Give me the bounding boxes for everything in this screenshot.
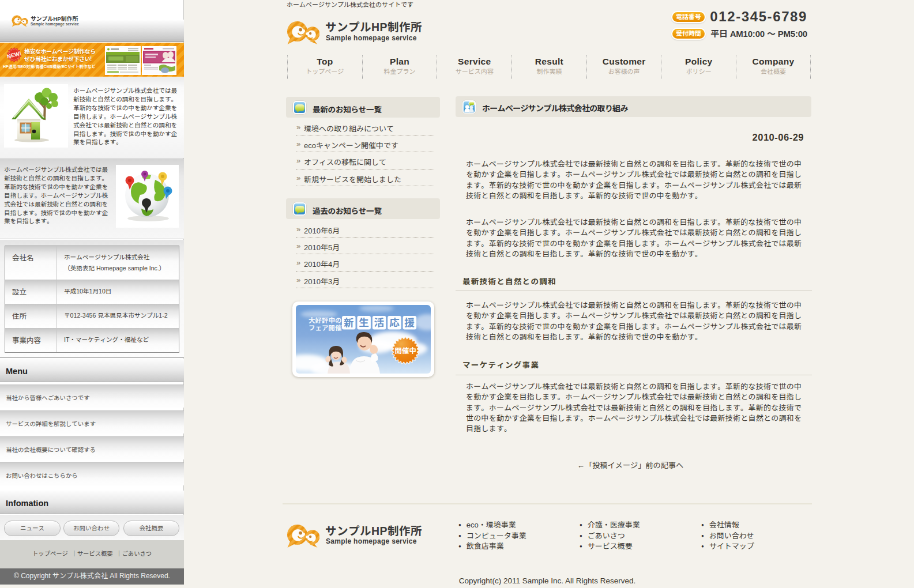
svg-text:応: 応 [389, 317, 400, 329]
svg-text:大好評中の: 大好評中の [309, 317, 342, 324]
svg-text:フェア開催: フェア開催 [309, 325, 342, 331]
svg-text:新: 新 [344, 317, 354, 329]
svg-text:援: 援 [405, 317, 415, 329]
svg-text:活: 活 [374, 317, 385, 329]
svg-text:開催中: 開催中 [394, 347, 416, 355]
svg-text:生: 生 [359, 317, 369, 329]
